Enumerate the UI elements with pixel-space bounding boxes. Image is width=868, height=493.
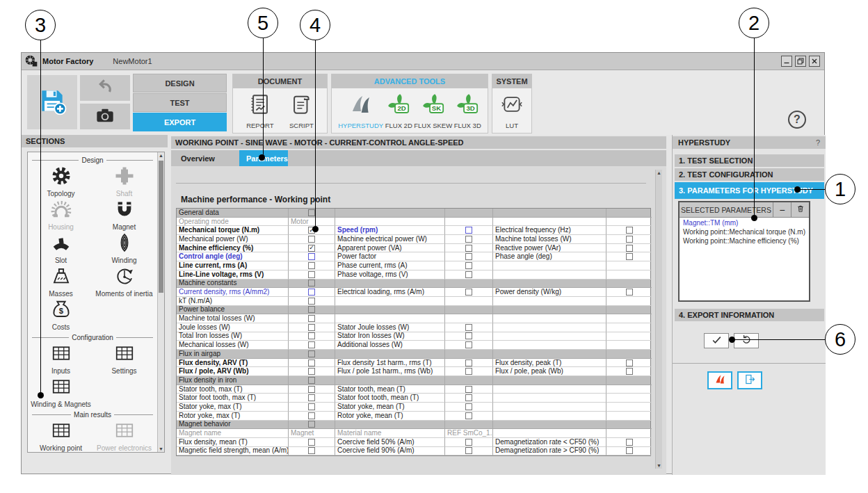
sidebar-item-moments-of-inertia[interactable]: Moments of inertia	[93, 266, 156, 299]
parameter-checkbox[interactable]	[606, 252, 652, 261]
parameter-checkbox[interactable]	[289, 252, 335, 261]
sidebar-item-working-point[interactable]: Working point	[29, 420, 93, 453]
scroll-down-icon[interactable]: ▼	[158, 446, 164, 451]
parameter-checkbox[interactable]	[445, 244, 493, 253]
sidebar-item-settings[interactable]: Settings	[93, 343, 156, 376]
parameter-checkbox[interactable]: ✓	[289, 244, 335, 253]
parameter-checkbox[interactable]	[445, 323, 493, 332]
minimize-button[interactable]	[781, 56, 792, 67]
clear-parameters-button[interactable]	[791, 202, 809, 217]
parameter-checkbox[interactable]	[289, 412, 335, 421]
parameter-checkbox[interactable]	[445, 288, 493, 297]
save-button[interactable]	[27, 75, 77, 129]
section-checkbox[interactable]	[289, 209, 335, 218]
parameter-checkbox[interactable]	[445, 359, 493, 368]
parameter-checkbox[interactable]	[289, 270, 335, 280]
parameter-checkbox[interactable]	[289, 314, 335, 323]
parameter-checkbox[interactable]	[289, 447, 335, 456]
parameter-checkbox[interactable]	[445, 367, 493, 376]
parameter-checkbox[interactable]	[289, 323, 335, 332]
parameter-checkbox[interactable]	[445, 394, 493, 403]
undo-button[interactable]	[80, 75, 130, 101]
parameter-checkbox[interactable]	[445, 261, 493, 270]
hyperstudy-help-button[interactable]: ?	[816, 138, 820, 147]
close-button[interactable]	[809, 56, 820, 67]
help-button[interactable]: ?	[788, 111, 806, 129]
test-button[interactable]: TEST	[133, 93, 227, 112]
sidebar-item-costs[interactable]: $Costs	[29, 299, 93, 332]
scroll-up-icon[interactable]: ▲	[158, 153, 164, 158]
parameter-checkbox[interactable]	[606, 447, 652, 456]
parameter-checkbox[interactable]	[606, 226, 652, 235]
export-button[interactable]: EXPORT	[133, 113, 227, 131]
parameter-checkbox[interactable]	[289, 403, 335, 412]
reset-button[interactable]	[734, 333, 759, 348]
parameter-checkbox[interactable]	[289, 394, 335, 403]
parameter-checkbox[interactable]	[445, 412, 493, 421]
lut-button[interactable]: LUT	[500, 92, 524, 129]
parameter-checkbox[interactable]	[606, 359, 652, 368]
parameter-checkbox[interactable]	[445, 252, 493, 261]
screenshot-button[interactable]	[80, 104, 130, 129]
section-checkbox[interactable]	[289, 376, 335, 385]
parameter-checkbox[interactable]	[289, 385, 335, 394]
parameter-checkbox[interactable]	[606, 438, 652, 447]
sidebar-item-topology[interactable]: Topology	[29, 165, 93, 199]
parameter-checkbox[interactable]	[445, 385, 493, 394]
restore-button[interactable]	[795, 56, 806, 67]
section-checkbox[interactable]	[289, 280, 335, 289]
selected-parameter-item[interactable]: Working point::Mechanical torque (N.m)	[680, 227, 809, 236]
remove-parameter-button[interactable]: −	[773, 202, 791, 217]
tab-overview[interactable]: Overview	[174, 150, 222, 166]
flux-3d-button[interactable]: 3DFLUX 3D	[454, 92, 481, 129]
parameter-checkbox[interactable]	[445, 403, 493, 412]
parameter-checkbox[interactable]	[606, 288, 652, 297]
step-export-information[interactable]: 4. EXPORT INFORMATION	[675, 309, 824, 321]
parameter-checkbox[interactable]	[289, 367, 335, 376]
parameter-checkbox[interactable]	[445, 235, 493, 244]
validate-button[interactable]	[704, 333, 729, 348]
sidebar-item-masses[interactable]: Masses	[29, 266, 93, 299]
parameter-checkbox[interactable]	[606, 244, 652, 253]
selected-parameter-item[interactable]: Magnet::TM (mm)	[680, 218, 809, 227]
parameter-checkbox[interactable]	[289, 261, 335, 270]
section-checkbox[interactable]	[289, 350, 335, 359]
parameter-checkbox[interactable]	[289, 332, 335, 341]
main-scrollbar[interactable]: ▲ ▼	[655, 170, 662, 469]
parameter-checkbox[interactable]	[289, 288, 335, 297]
parameter-checkbox[interactable]	[289, 235, 335, 244]
parameter-checkbox[interactable]	[445, 226, 493, 235]
step-1-bar[interactable]: 1. TEST SELECTION	[675, 154, 824, 167]
section-checkbox[interactable]	[289, 306, 335, 315]
parameter-checkbox[interactable]	[289, 297, 335, 306]
hyperstudy-button[interactable]: HYPERSTUDY	[338, 92, 383, 129]
parameter-checkbox[interactable]	[445, 270, 493, 280]
scroll-down-icon[interactable]: ▼	[656, 463, 662, 468]
parameter-checkbox[interactable]	[289, 359, 335, 368]
flux-2d-button[interactable]: 2DFLUX 2D	[385, 92, 412, 129]
step-3-bar[interactable]: 3. PARAMETERS FOR HYPERSTUDY	[675, 182, 824, 199]
parameter-checkbox[interactable]	[606, 235, 652, 244]
sidebar-item-winding[interactable]: Winding	[93, 232, 156, 266]
parameter-checkbox[interactable]	[606, 367, 652, 376]
export-files-button[interactable]	[737, 371, 762, 389]
step-2-bar[interactable]: 2. TEST CONFIGURATION	[675, 168, 824, 181]
parameter-checkbox[interactable]	[445, 447, 493, 456]
parameter-checkbox[interactable]	[289, 341, 335, 350]
parameter-checkbox[interactable]	[445, 332, 493, 341]
parameter-checkbox[interactable]	[445, 438, 493, 447]
design-button[interactable]: DESIGN	[133, 74, 227, 92]
flux-skew-button[interactable]: SKFLUX SKEW	[414, 92, 452, 129]
sidebar-item-inputs[interactable]: Inputs	[29, 343, 93, 376]
section-checkbox[interactable]	[289, 421, 335, 430]
parameter-checkbox[interactable]	[289, 438, 335, 447]
parameter-checkbox[interactable]	[445, 341, 493, 350]
selected-parameter-item[interactable]: Working point::Machine efficiency (%)	[680, 236, 809, 245]
report-button[interactable]: REPORT	[246, 92, 273, 129]
sidebar-item-magnet[interactable]: Magnet	[93, 199, 156, 232]
script-button[interactable]: SCRIPT	[289, 92, 314, 129]
sidebar-item-slot[interactable]: Slot	[29, 232, 93, 266]
export-to-hyperstudy-button[interactable]	[707, 371, 732, 389]
sections-scrollbar[interactable]: ▲ ▼	[157, 152, 164, 452]
scroll-up-icon[interactable]: ▲	[656, 170, 662, 175]
